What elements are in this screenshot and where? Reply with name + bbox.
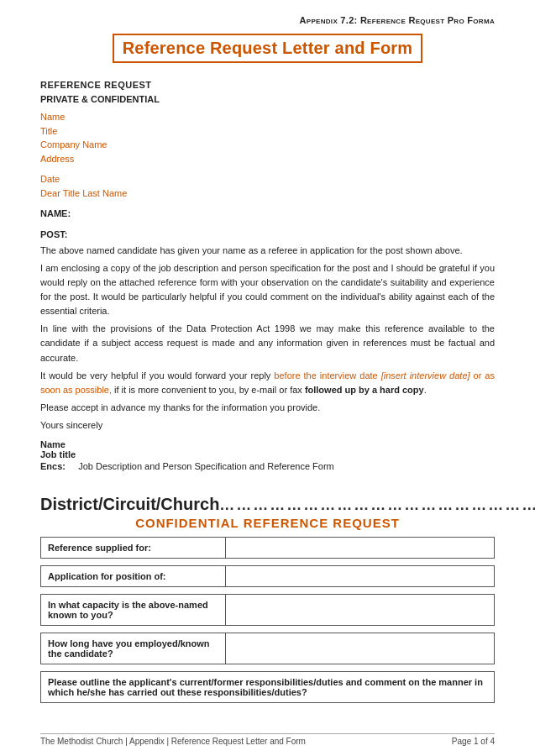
recipient-name: Name: [40, 110, 495, 124]
row5-label: Please outline the applicant's current/f…: [41, 671, 495, 702]
sig-name: Name: [40, 439, 495, 449]
row3-label: In what capacity is the above-named know…: [41, 594, 226, 625]
letter-header: REFERENCE REQUEST PRIVATE & CONFIDENTIAL…: [40, 78, 495, 165]
para4-bold: followed up by a hard copy: [305, 385, 424, 395]
yours-sincerely: Yours sincerely: [40, 418, 495, 433]
sig-job: Job title: [40, 449, 495, 459]
footer-right: Page 1 of 4: [452, 737, 495, 746]
recipient-company: Company Name: [40, 138, 495, 152]
recipient-address: Address: [40, 152, 495, 166]
row3-value: [226, 594, 495, 625]
row2-value: [226, 565, 495, 586]
ref-table-row5: Please outline the applicant's current/f…: [40, 671, 495, 703]
para5: Please accept in advance my thanks for t…: [40, 401, 495, 415]
signature-block: Name Job title Encs: Job Description and…: [40, 439, 495, 471]
row1-label: Reference supplied for:: [41, 537, 226, 558]
encs-label: Encs:: [40, 461, 66, 471]
ref-table-row1: Reference supplied for:: [40, 537, 495, 559]
row4-value: [226, 633, 495, 664]
footer-left: The Methodist Church | Appendix | Refere…: [40, 737, 306, 746]
date-field: Date: [40, 172, 495, 186]
encs-line: Encs: Job Description and Person Specifi…: [40, 461, 495, 471]
para1: The above named candidate has given your…: [40, 244, 495, 258]
private-conf: PRIVATE & CONFIDENTIAL: [40, 92, 495, 107]
para4-before: It would be very helpful if you would fo…: [40, 370, 274, 381]
district-dots: …………………………………………………: [219, 496, 535, 514]
ref-table-row4: How long have you employed/known the can…: [40, 633, 495, 664]
appendix-text: Appendix 7.2: Reference Request Pro Form…: [300, 15, 495, 25]
row4-label: How long have you employed/known the can…: [41, 633, 226, 664]
page: Appendix 7.2: Reference Request Pro Form…: [0, 0, 535, 756]
para4: It would be very helpful if you would fo…: [40, 369, 495, 397]
para4-orange: before the interview date: [274, 370, 377, 381]
district-line-row: District/Circuit/Church ……………………………………………: [40, 483, 495, 516]
para4-after: if it is more convenient to you, by e-ma…: [112, 385, 305, 395]
title-row: Reference Request Letter and Form: [40, 34, 495, 71]
dear-field: Dear Title Last Name: [40, 186, 495, 201]
para4-italic: [insert interview date]: [378, 370, 470, 381]
footer: The Methodist Church | Appendix | Refere…: [40, 733, 495, 746]
post-section: POST: The above named candidate has give…: [40, 228, 495, 433]
encs-value: Job Description and Person Specification…: [78, 461, 334, 471]
date-salutation: Date Dear Title Last Name NAME:: [40, 172, 495, 221]
post-label: POST:: [40, 228, 495, 242]
name-label: NAME:: [40, 207, 495, 221]
para4-end: .: [424, 385, 427, 395]
row2-label: Application for position of:: [41, 565, 226, 586]
ref-table-row3: In what capacity is the above-named know…: [40, 594, 495, 626]
para2: I am enclosing a copy of the job descrip…: [40, 261, 495, 318]
appendix-header: Appendix 7.2: Reference Request Pro Form…: [40, 15, 495, 25]
main-title: Reference Request Letter and Form: [113, 34, 423, 63]
confidential-banner: CONFIDENTIAL REFERENCE REQUEST: [40, 516, 495, 530]
recipient-title: Title: [40, 124, 495, 139]
district-text: District/Circuit/Church: [40, 495, 219, 514]
ref-table-row2: Application for position of:: [40, 565, 495, 587]
para3: In line with the provisions of the Data …: [40, 322, 495, 365]
row1-value: [226, 537, 495, 558]
ref-request-label: REFERENCE REQUEST: [40, 78, 495, 92]
